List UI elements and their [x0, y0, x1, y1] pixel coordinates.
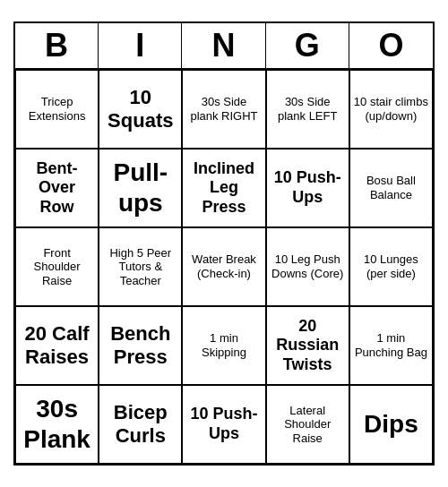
bingo-cell-14: 10 Lunges (per side) [349, 227, 433, 306]
bingo-cell-15: 20 Calf Raises [15, 306, 99, 385]
bingo-cell-1: 10 Squats [99, 70, 182, 149]
bingo-cell-21: Bicep Curls [99, 385, 182, 464]
header-letter-i: I [99, 23, 182, 68]
bingo-cell-4: 10 stair climbs (up/down) [349, 70, 433, 149]
bingo-card: BINGO Tricep Extensions10 Squats30s Side… [13, 21, 435, 466]
bingo-cell-3: 30s Side plank LEFT [266, 70, 349, 149]
header-letter-o: O [349, 23, 433, 68]
bingo-cell-12: Water Break (Check-in) [182, 227, 265, 306]
bingo-cell-13: 10 Leg Push Downs (Core) [266, 227, 349, 306]
header-letter-g: G [266, 23, 349, 68]
bingo-cell-10: Front Shoulder Raise [15, 227, 99, 306]
bingo-cell-24: Dips [349, 385, 433, 464]
bingo-cell-23: Lateral Shoulder Raise [266, 385, 349, 464]
bingo-header: BINGO [15, 23, 433, 70]
header-letter-n: N [182, 23, 265, 68]
bingo-cell-9: Bosu Ball Balance [349, 149, 433, 227]
bingo-cell-5: Bent-Over Row [15, 149, 99, 227]
bingo-cell-17: 1 min Skipping [182, 306, 265, 385]
bingo-cell-16: Bench Press [99, 306, 182, 385]
bingo-cell-6: Pull-ups [99, 149, 182, 227]
bingo-cell-22: 10 Push-Ups [182, 385, 265, 464]
bingo-cell-18: 20 Russian Twists [266, 306, 349, 385]
bingo-grid: Tricep Extensions10 Squats30s Side plank… [15, 70, 433, 464]
bingo-cell-11: High 5 Peer Tutors & Teacher [99, 227, 182, 306]
bingo-cell-8: 10 Push-Ups [266, 149, 349, 227]
bingo-cell-2: 30s Side plank RIGHT [182, 70, 265, 149]
bingo-cell-7: Inclined Leg Press [182, 149, 265, 227]
bingo-cell-19: 1 min Punching Bag [349, 306, 433, 385]
bingo-cell-0: Tricep Extensions [15, 70, 99, 149]
bingo-cell-20: 30s Plank [15, 385, 99, 464]
header-letter-b: B [15, 23, 99, 68]
